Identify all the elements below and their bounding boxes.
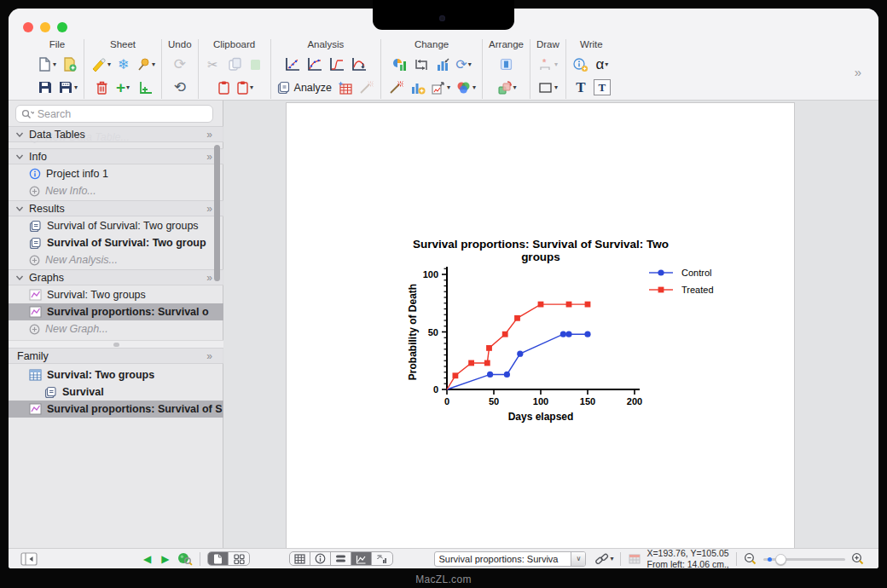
list-item-new-graph[interactable]: New Graph... [9, 320, 223, 337]
interchange-xy-button[interactable] [413, 55, 430, 74]
section-expand-icon[interactable]: » [206, 129, 212, 141]
analyze-button[interactable]: Analyze [277, 78, 332, 97]
save-icon [38, 80, 53, 95]
single-page-view-button[interactable] [208, 552, 229, 565]
greek-symbol-button[interactable]: α ▾ [594, 55, 611, 74]
gallery-view-button[interactable] [229, 552, 249, 565]
results-view-button[interactable] [331, 552, 351, 565]
toolbar-group-draw: Draw * ▾ ▾ [530, 39, 566, 99]
zoom-out-button[interactable] [744, 552, 757, 565]
toolbar-group-sheet: Sheet ▾ ❄ ▾ [84, 39, 162, 99]
template-document-icon [61, 56, 78, 72]
svg-text:200: 200 [627, 396, 642, 406]
section-expand-icon[interactable]: » [206, 151, 212, 163]
forward-button[interactable]: ▶ [161, 553, 169, 565]
toggle-sidebar-button[interactable] [20, 552, 38, 566]
rotate-flip-button[interactable]: ▾ [496, 78, 517, 97]
info-view-button[interactable] [310, 552, 331, 565]
list-item-result-1[interactable]: Survival of Survival: Two groups [9, 217, 223, 234]
survival-chart-object[interactable]: Survival proportions: Survival of Surviv… [396, 238, 805, 435]
list-item-graph-2-selected[interactable]: Survival proportions: Survival o [9, 303, 223, 320]
search-input[interactable] [38, 108, 207, 120]
area-under-curve-button[interactable] [350, 55, 368, 74]
family-item-results[interactable]: Survival [9, 383, 223, 401]
group-label-write: Write [580, 39, 603, 53]
sigmoidal-fit-button[interactable] [328, 55, 345, 74]
change-data-button[interactable] [434, 55, 451, 74]
pin-sheet-button[interactable]: ▾ [136, 55, 155, 74]
minimize-window-button[interactable] [40, 22, 50, 32]
cut-button: ✂ [205, 55, 222, 74]
new-info-note-button[interactable] [572, 55, 589, 74]
resize-graph-button[interactable]: ▾ [430, 78, 450, 97]
copy-button [226, 55, 243, 74]
snowflake-icon: ❄ [118, 58, 129, 72]
section-expand-icon[interactable]: » [206, 350, 212, 362]
nonlinear-fit-button[interactable] [305, 55, 323, 74]
delete-sheet-button[interactable] [93, 78, 110, 97]
section-expand-icon[interactable]: » [206, 272, 212, 284]
paste-options-button[interactable]: ▾ [236, 78, 253, 97]
family-item-graph-selected[interactable]: Survival proportions: Survival of S [9, 401, 223, 418]
zoom-in-button[interactable] [851, 552, 865, 565]
section-header-info[interactable]: Info » [9, 148, 223, 164]
section-header-data-tables[interactable]: Data Tables » [9, 126, 223, 142]
sidebar-search[interactable] [15, 105, 213, 123]
new-sheet-button[interactable]: ▾ [37, 55, 56, 74]
save-button[interactable] [37, 78, 54, 97]
sidebar-scrollbar[interactable] [214, 145, 220, 281]
list-item-new-analysis[interactable]: New Analysis... [9, 251, 223, 268]
layout-icon [376, 554, 388, 564]
color-scheme-button[interactable]: ▾ [455, 78, 476, 97]
paste-button[interactable] [215, 78, 232, 97]
draw-rectangle-button[interactable]: ▾ [538, 78, 558, 97]
add-data-to-graph-button[interactable] [409, 78, 426, 97]
chevron-down-icon: ▾ [468, 61, 472, 68]
bring-to-front-button[interactable] [498, 55, 515, 74]
sheet-selector-dropdown[interactable]: Survival proportions: Surviva ∨ [434, 551, 586, 567]
freeze-sheet-button[interactable]: ❄ [115, 55, 132, 74]
linear-regression-button[interactable] [283, 55, 301, 74]
plus-circle-icon [29, 324, 40, 335]
list-item-project-info[interactable]: Project info 1 [9, 165, 223, 182]
list-item-new-info[interactable]: New Info... [9, 182, 223, 199]
zoom-slider-knob[interactable] [775, 554, 786, 565]
change-graph-type-button[interactable] [391, 55, 409, 74]
section-header-family[interactable]: Family » [9, 348, 223, 364]
analysis-table-button[interactable] [336, 78, 353, 97]
undo-button[interactable]: ⟲ [171, 78, 188, 97]
close-window-button[interactable] [23, 22, 33, 32]
text-box-button[interactable]: T [594, 79, 611, 95]
section-header-graphs[interactable]: Graphs » [9, 269, 223, 285]
magic-button[interactable] [387, 78, 404, 97]
toolbar-overflow-button[interactable]: » [855, 65, 860, 79]
text-tool-button[interactable]: T [572, 78, 589, 97]
section-header-results[interactable]: Results » [9, 200, 223, 216]
swap-arrows-icon [413, 57, 429, 72]
list-item-result-2[interactable]: Survival of Survival: Two group [9, 234, 223, 251]
chevron-down-icon: ▾ [152, 61, 155, 68]
recalculate-button[interactable]: ⟳ ▾ [455, 55, 472, 74]
add-sheet-button[interactable]: + ▾ [114, 78, 131, 97]
chevron-down-icon: ▾ [53, 61, 56, 68]
section-expand-icon[interactable]: » [206, 203, 212, 215]
new-graph-sheet-button[interactable] [136, 78, 153, 97]
data-table-view-button[interactable] [290, 552, 310, 565]
back-button[interactable]: ◀ [143, 553, 151, 565]
clipboard-icon [236, 80, 249, 95]
link-button[interactable]: ▾ [594, 552, 613, 566]
list-item-graph-1[interactable]: Survival: Two groups [9, 286, 223, 303]
layout-view-button[interactable] [372, 552, 392, 565]
graph-view-button[interactable] [351, 552, 372, 565]
open-file-button[interactable] [61, 55, 78, 74]
save-special-button[interactable]: ▾ [58, 78, 78, 97]
zoom-level-marker [768, 557, 772, 562]
zoom-slider[interactable] [763, 553, 845, 565]
highlight-sheet-button[interactable]: ▾ [90, 55, 111, 74]
search-sheets-button[interactable] [177, 552, 193, 566]
zoom-window-button[interactable] [57, 22, 67, 32]
resize-chart-icon [430, 80, 446, 95]
sheet-selector-value: Survival proportions: Surviva [435, 554, 571, 564]
family-item-data-table[interactable]: Survival: Two groups [9, 366, 223, 383]
sidebar-splitter[interactable] [9, 340, 223, 348]
